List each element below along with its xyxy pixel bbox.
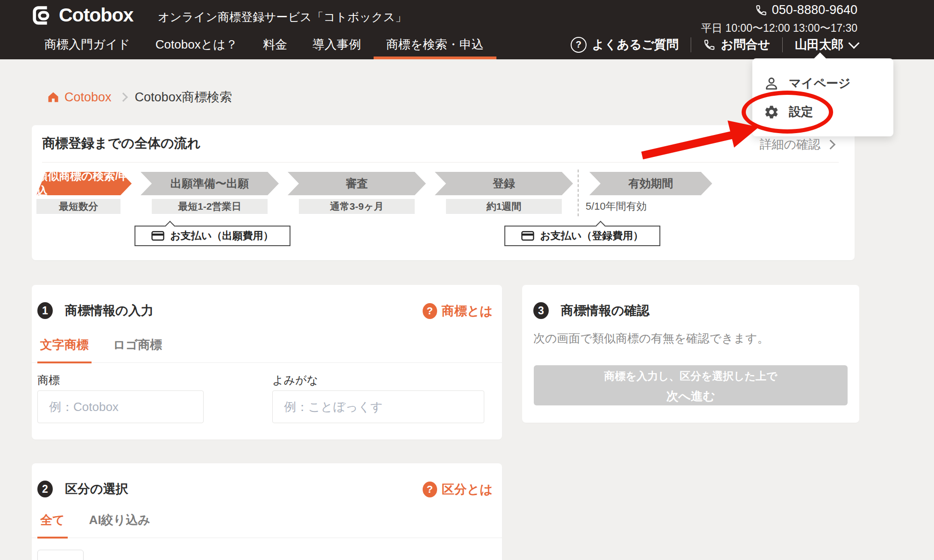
cotobox-logo[interactable]: Cotobox [32,4,133,26]
class-selection-card: 2 区分の選択 ? 区分とは 全て AI絞り込み [32,463,502,560]
faq-label: よくあるご質問 [592,36,679,53]
flow-step-examination: 審査 [288,172,426,195]
breadcrumb-home-link[interactable]: Cotobox [47,90,112,105]
flow-step-validity: 有効期間 [589,172,712,195]
next-button-line2: 次へ進む [537,388,845,404]
breadcrumb-separator-icon [119,92,128,102]
step3-title: 商標情報の確認 [561,302,650,319]
nav-item-pricing[interactable]: 料金 [250,30,300,59]
menu-item-label: マイページ [789,75,850,92]
breadcrumb-home-label: Cotobox [64,90,112,105]
phone-icon [703,39,715,51]
tab-text-trademark[interactable]: 文字商標 [37,329,92,363]
step1-title: 商標情報の入力 [65,302,154,319]
menu-item-mypage[interactable]: マイページ [764,75,850,92]
chevron-down-icon [848,37,859,49]
home-icon [47,91,60,104]
question-circle-icon: ? [571,37,587,53]
header-phone-number: 050-8880-9640 [772,3,857,17]
step2-title: 区分の選択 [65,481,128,497]
dashed-divider [578,170,579,216]
credit-card-icon [151,231,164,241]
nav-item-about[interactable]: Cotoboxとは？ [143,30,250,59]
help-label: 商標とは [442,303,493,319]
breadcrumb: Cotobox Cotobox商標検索 [47,89,232,106]
flow-step-registration: 登録 [435,172,573,195]
site-tagline: オンライン商標登録サービス「コトボックス」 [158,9,407,25]
flow-step-search: 類似商標の検索/申込 [36,172,132,195]
flow-duration-examination: 通常3-9ヶ月 [299,199,415,214]
yomigana-input[interactable] [272,390,484,423]
next-button-line1: 商標を入力し、区分を選択した上で [537,369,845,383]
flow-title: 商標登録までの全体の流れ [42,135,200,152]
what-is-trademark-link[interactable]: ? 商標とは [423,303,493,319]
flow-duration-filing: 最短1-2営業日 [152,199,268,214]
class-option-box[interactable] [37,550,84,560]
flow-duration-registration: 約1週間 [446,199,562,214]
question-circle-icon: ? [423,303,437,319]
user-name: 山田太郎 [795,36,843,53]
tab-logo-trademark[interactable]: ロゴ商標 [110,329,165,362]
what-is-class-link[interactable]: ? 区分とは [423,481,493,498]
step-number-badge: 3 [533,302,549,319]
trademark-field-label: 商標 [37,373,60,388]
payment-label: お支払い（登録費用） [540,229,643,243]
contact-link[interactable]: お問合せ [691,36,782,53]
phone-icon [755,4,767,16]
trademark-input[interactable] [37,390,204,423]
flow-duration-validity: 5/10年間有効 [586,199,707,214]
trademark-input-card: 1 商標情報の入力 ? 商標とは 文字商標 ロゴ商標 商標 よみがな [32,285,502,439]
faq-link[interactable]: ? よくあるご質問 [559,36,691,53]
logo-text: Cotobox [59,4,133,26]
payment-callout-registration: お支払い（登録費用） [504,226,660,246]
step-number-badge: 1 [37,302,53,319]
payment-label: お支払い（出願費用） [170,229,273,243]
nav-item-guide[interactable]: 商標入門ガイド [32,30,143,59]
flow-step-filing: 出願準備〜出願 [141,172,279,195]
trademark-confirm-card: 3 商標情報の確認 次の画面で類似商標の有無を確認できます。 商標を入力し、区分… [522,285,859,423]
site-header: Cotobox オンライン商標登録サービス「コトボックス」 050-8880-9… [0,0,934,59]
annotation-circle-settings [742,91,833,134]
tab-all-classes[interactable]: 全て [37,504,68,539]
main-nav: 商標入門ガイド Cotoboxとは？ 料金 導入事例 商標を検索・申込 ? よく… [0,30,934,59]
credit-card-icon [521,231,534,241]
nav-item-search-apply[interactable]: 商標を検索・申込 [374,30,496,59]
person-icon [764,76,779,92]
chevron-right-icon [826,140,835,149]
step-number-badge: 2 [37,481,53,497]
help-label: 区分とは [442,481,493,498]
cotobox-logo-icon [32,5,53,26]
flow-duration-search: 最短数分 [36,199,120,214]
breadcrumb-current: Cotobox商標検索 [135,89,233,106]
user-menu-trigger[interactable]: 山田太郎 [783,36,858,53]
tab-ai-filter[interactable]: AI絞り込み [86,504,153,538]
contact-label: お問合せ [721,36,770,53]
next-step-button[interactable]: 商標を入力し、区分を選択した上で 次へ進む [534,365,848,405]
nav-item-cases[interactable]: 導入事例 [300,30,374,59]
question-circle-icon: ? [423,482,437,497]
yomigana-field-label: よみがな [272,373,318,388]
step3-description: 次の画面で類似商標の有無を確認できます。 [533,331,769,346]
payment-callout-filing: お支払い（出願費用） [134,226,290,246]
